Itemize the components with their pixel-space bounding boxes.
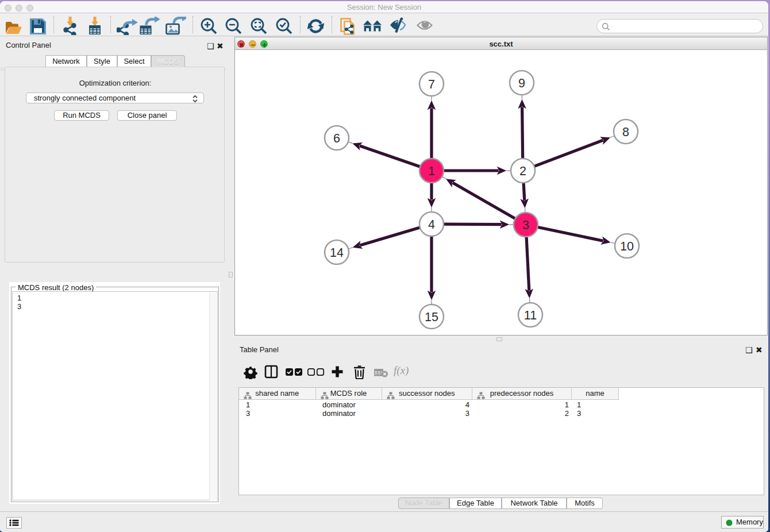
svg-text:3: 3 (522, 218, 529, 232)
svg-text:9: 9 (518, 76, 525, 90)
svg-text:15: 15 (425, 310, 438, 324)
svg-text:8: 8 (622, 125, 629, 139)
svg-text:6: 6 (333, 132, 340, 145)
svg-text:1: 1 (428, 164, 435, 178)
svg-text:11: 11 (524, 309, 537, 322)
svg-text:4: 4 (428, 218, 435, 232)
svg-text:2: 2 (519, 164, 526, 178)
svg-text:14: 14 (330, 246, 344, 260)
svg-text:7: 7 (428, 78, 435, 91)
svg-text:10: 10 (620, 240, 634, 253)
